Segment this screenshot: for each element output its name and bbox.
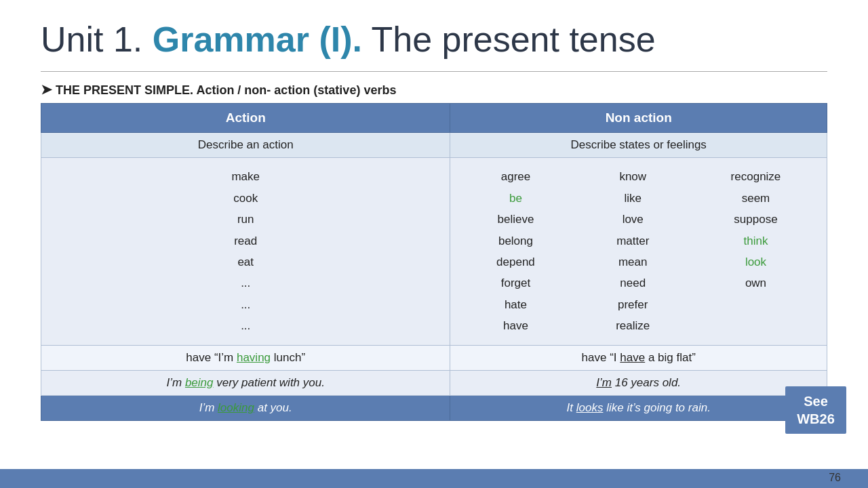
wb-box: SeeWB26 — [785, 386, 846, 434]
verb-be: be — [509, 188, 522, 209]
wb-box-label: SeeWB26 — [797, 392, 835, 428]
non-action-col1: agree be believe belong depend forget ha… — [496, 166, 535, 337]
header-action: Action — [41, 104, 450, 133]
verb-forget: forget — [501, 272, 530, 293]
verb-seem: seem — [742, 188, 770, 209]
verb-own: own — [745, 272, 766, 293]
verbs-non-action-grid: agree be believe belong depend forget ha… — [456, 166, 821, 337]
verb-believe: believe — [498, 209, 534, 230]
have-underline: have — [620, 351, 645, 364]
verb-know: know — [619, 166, 646, 187]
slide: Unit 1. Grammar (I). The present tense ➤… — [0, 0, 868, 488]
verb-realize: realize — [616, 315, 650, 336]
italic-row-1: I’m being very patient with you. I’m 16 … — [41, 370, 827, 395]
verb-depend: depend — [496, 251, 535, 272]
verb-suppose: suppose — [734, 209, 777, 230]
verb-empty-2 — [754, 315, 757, 336]
verb-look: look — [745, 251, 766, 272]
non-action-col3: recognize seem suppose think look own — [731, 166, 781, 337]
title-suffix: The present tense — [362, 20, 656, 59]
verb-prefer: prefer — [618, 294, 648, 315]
being-underline: being — [185, 376, 214, 389]
header-non-action: Non action — [450, 104, 827, 133]
subtitle-area: ➤ THE PRESENT SIMPLE. Action / non- acti… — [0, 79, 868, 103]
title-divider — [41, 71, 827, 72]
looks-underline: looks — [576, 401, 604, 414]
verb-need: need — [620, 272, 646, 293]
page-number: 76 — [829, 472, 841, 484]
desc-action: Describe an action — [41, 133, 450, 158]
verb-ellipsis-2: ... — [47, 294, 444, 315]
verb-ellipsis-3: ... — [47, 315, 444, 336]
verb-belong: belong — [498, 230, 533, 251]
subtitle-text: THE PRESENT SIMPLE. Action / non- action… — [56, 83, 396, 97]
title-prefix: Unit 1. — [41, 20, 153, 59]
verb-cook: cook — [47, 188, 444, 209]
grammar-table: Action Non action Describe an action Des… — [41, 103, 827, 421]
verb-recognize: recognize — [731, 166, 781, 187]
verb-like: like — [624, 188, 642, 209]
having-underline: having — [237, 351, 271, 364]
title-highlight: Grammar (I). — [153, 20, 362, 59]
subtitle-arrow: ➤ — [41, 82, 52, 97]
bottom-bar — [0, 469, 868, 488]
looking-underline: looking — [218, 401, 254, 414]
verb-run: run — [47, 209, 444, 230]
verb-matter: matter — [616, 230, 649, 251]
italic-action-1: I’m being very patient with you. — [41, 370, 450, 395]
title-area: Unit 1. Grammar (I). The present tense — [0, 0, 868, 66]
verb-hate: hate — [505, 294, 527, 315]
verb-have: have — [503, 315, 528, 336]
verb-love: love — [623, 209, 644, 230]
desc-non-action: Describe states or feelings — [450, 133, 827, 158]
last-non-action: It looks like it’s going to rain. — [450, 395, 827, 420]
im-underline: I’m — [596, 376, 612, 389]
non-action-col2: know like love matter mean need prefer r… — [616, 166, 650, 337]
table-verbs-row: make cook run read eat ... ... ... — [41, 158, 827, 346]
italic-non-action-1: I’m 16 years old. — [450, 370, 827, 395]
verb-mean: mean — [618, 251, 648, 272]
verb-eat: eat — [47, 251, 444, 272]
verb-empty-1 — [754, 294, 757, 315]
last-row: I’m looking at you. It looks like it’s g… — [41, 395, 827, 420]
verbs-non-action-cell: agree be believe belong depend forget ha… — [450, 158, 827, 346]
grammar-table-wrapper: Action Non action Describe an action Des… — [41, 103, 827, 421]
example-row-1: have “I’m having lunch” have “I have a b… — [41, 345, 827, 370]
verb-agree: agree — [501, 166, 530, 187]
verb-ellipsis-1: ... — [47, 272, 444, 293]
verbs-action-cell: make cook run read eat ... ... ... — [41, 158, 450, 346]
slide-title: Unit 1. Grammar (I). The present tense — [41, 20, 827, 59]
verb-make: make — [47, 166, 444, 187]
table-desc-row: Describe an action Describe states or fe… — [41, 133, 827, 158]
verb-read: read — [47, 230, 444, 251]
verb-think: think — [744, 230, 768, 251]
example-action-1: have “I’m having lunch” — [41, 345, 450, 370]
verbs-action-list: make cook run read eat ... ... ... — [47, 166, 444, 337]
table-header-row: Action Non action — [41, 104, 827, 133]
last-action: I’m looking at you. — [41, 395, 450, 420]
example-non-action-1: have “I have a big flat” — [450, 345, 827, 370]
